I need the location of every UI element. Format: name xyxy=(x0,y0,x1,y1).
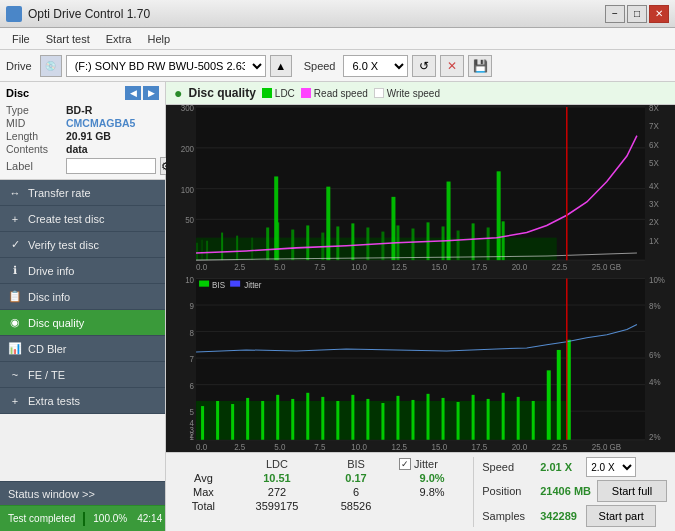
svg-text:100: 100 xyxy=(181,186,195,195)
svg-text:8: 8 xyxy=(190,329,195,338)
svg-text:0.0: 0.0 xyxy=(196,263,208,272)
nav-items: ↔ Transfer rate + Create test disc ✓ Ver… xyxy=(0,180,165,481)
svg-rect-43 xyxy=(326,187,330,260)
svg-text:5.0: 5.0 xyxy=(274,443,286,452)
samples-value: 342289 xyxy=(540,510,580,522)
legend-writespeed: Write speed xyxy=(374,88,440,99)
label-input[interactable] xyxy=(66,158,156,174)
svg-text:Jitter: Jitter xyxy=(244,281,262,290)
svg-text:5: 5 xyxy=(190,408,195,417)
svg-rect-109 xyxy=(532,401,535,440)
app-icon xyxy=(6,6,22,22)
length-field-label: Length xyxy=(6,130,66,142)
svg-text:1: 1 xyxy=(190,433,195,442)
speed-select[interactable]: 6.0 X xyxy=(343,55,408,77)
svg-rect-97 xyxy=(351,395,354,440)
svg-text:6%: 6% xyxy=(649,351,661,360)
sidebar-item-disc-info[interactable]: 📋 Disc info xyxy=(0,284,165,310)
contents-field-label: Contents xyxy=(6,143,66,155)
sidebar-label-disc-quality: Disc quality xyxy=(28,317,84,329)
status-window-button[interactable]: Status window >> xyxy=(0,481,165,505)
svg-rect-46 xyxy=(497,171,501,260)
sidebar-item-drive-info[interactable]: ℹ Drive info xyxy=(0,258,165,284)
create-test-disc-icon: + xyxy=(8,212,22,226)
menu-starttest[interactable]: Start test xyxy=(38,31,98,47)
svg-rect-82 xyxy=(199,281,209,287)
svg-rect-42 xyxy=(274,176,278,260)
svg-text:20.0: 20.0 xyxy=(512,263,528,272)
stats-left: LDC BIS ✓ Jitter Avg xyxy=(174,457,473,527)
svg-text:6X: 6X xyxy=(649,141,659,150)
avg-label: Avg xyxy=(174,471,233,485)
legend-readspeed: Read speed xyxy=(301,88,368,99)
svg-text:4X: 4X xyxy=(649,182,659,191)
max-label: Max xyxy=(174,485,233,499)
sidebar-item-verify-test-disc[interactable]: ✓ Verify test disc xyxy=(0,232,165,258)
fe-te-icon: ~ xyxy=(8,368,22,382)
col-header-bis: BIS xyxy=(321,457,391,471)
samples-label: Samples xyxy=(482,510,534,522)
progress-time: 42:14 xyxy=(137,513,162,524)
svg-rect-111 xyxy=(557,350,561,440)
svg-rect-39 xyxy=(472,223,475,260)
start-part-button[interactable]: Start part xyxy=(586,505,656,527)
svg-rect-0 xyxy=(196,107,645,260)
svg-text:2%: 2% xyxy=(649,433,661,442)
drive-label: Drive xyxy=(6,60,32,72)
eject-button[interactable]: ▲ xyxy=(270,55,292,77)
svg-text:7.5: 7.5 xyxy=(314,263,326,272)
menu-help[interactable]: Help xyxy=(139,31,178,47)
total-label: Total xyxy=(174,499,233,513)
svg-text:7.5: 7.5 xyxy=(314,443,326,452)
svg-rect-41 xyxy=(502,221,505,260)
jitter-checkbox[interactable]: ✓ xyxy=(399,458,411,470)
svg-rect-33 xyxy=(381,232,384,261)
charts-svg: 300 200 100 50 8X 7X 6X 5X 4X 3X 2X 1X xyxy=(166,105,675,452)
svg-text:7: 7 xyxy=(190,355,195,364)
save-button[interactable]: 💾 xyxy=(468,55,492,77)
clear-button[interactable]: ✕ xyxy=(440,55,464,77)
svg-rect-104 xyxy=(457,402,460,440)
drive-select[interactable]: (F:) SONY BD RW BWU-500S 2.63 xyxy=(66,55,266,77)
minimize-button[interactable]: − xyxy=(605,5,625,23)
position-value: 21406 MB xyxy=(540,485,591,497)
avg-bis: 0.17 xyxy=(321,471,391,485)
progress-bar xyxy=(83,512,85,526)
sidebar-item-fe-te[interactable]: ~ FE / TE xyxy=(0,362,165,388)
titlebar-left: Opti Drive Control 1.70 xyxy=(6,6,150,22)
disc-panel-title: Disc xyxy=(6,87,29,99)
svg-text:4%: 4% xyxy=(649,378,661,387)
svg-rect-94 xyxy=(306,393,309,440)
svg-rect-101 xyxy=(411,400,414,440)
refresh-button[interactable]: ↺ xyxy=(412,55,436,77)
svg-text:17.5: 17.5 xyxy=(472,263,488,272)
disc-quality-icon: ◉ xyxy=(8,316,22,330)
total-bis: 58526 xyxy=(321,499,391,513)
svg-rect-30 xyxy=(336,226,339,260)
sidebar-label-transfer-rate: Transfer rate xyxy=(28,187,91,199)
disc-prev-button[interactable]: ◀ xyxy=(125,86,141,100)
disc-next-button[interactable]: ▶ xyxy=(143,86,159,100)
sidebar-item-cd-bler[interactable]: 📊 CD Bler xyxy=(0,336,165,362)
stats-right: Speed 2.01 X 2.0 X Position 21406 MB Sta… xyxy=(473,457,667,527)
start-full-button[interactable]: Start full xyxy=(597,480,667,502)
sidebar-item-extra-tests[interactable]: + Extra tests xyxy=(0,388,165,414)
legend-ldc: LDC xyxy=(262,88,295,99)
avg-ldc: 10.51 xyxy=(233,471,321,485)
maximize-button[interactable]: □ xyxy=(627,5,647,23)
menu-file[interactable]: File xyxy=(4,31,38,47)
speed-dropdown[interactable]: 2.0 X xyxy=(586,457,636,477)
sidebar-label-verify-test-disc: Verify test disc xyxy=(28,239,99,251)
menu-extra[interactable]: Extra xyxy=(98,31,140,47)
table-row-max: Max 272 6 9.8% xyxy=(174,485,473,499)
close-button[interactable]: ✕ xyxy=(649,5,669,23)
sidebar-item-create-test-disc[interactable]: + Create test disc xyxy=(0,206,165,232)
sidebar-item-transfer-rate[interactable]: ↔ Transfer rate xyxy=(0,180,165,206)
svg-rect-108 xyxy=(517,397,520,440)
sidebar-item-disc-quality[interactable]: ◉ Disc quality xyxy=(0,310,165,336)
drive-icon: 💿 xyxy=(40,55,62,77)
svg-rect-107 xyxy=(502,393,505,440)
svg-text:22.5: 22.5 xyxy=(552,443,568,452)
svg-text:6: 6 xyxy=(190,382,195,391)
svg-rect-92 xyxy=(276,395,279,440)
